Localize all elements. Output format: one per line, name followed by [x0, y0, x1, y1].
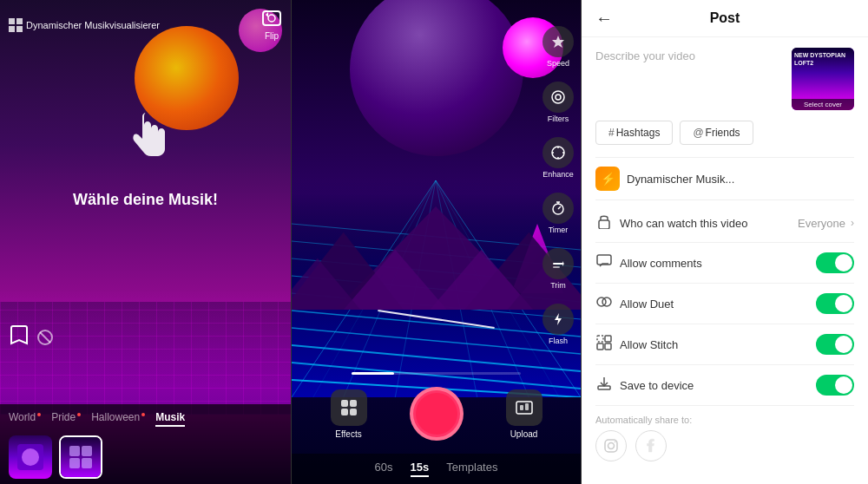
flash-label: Flash [549, 337, 568, 345]
svg-rect-60 [525, 403, 529, 410]
chevron-right-icon: › [851, 217, 854, 229]
allow-duet-toggle[interactable] [816, 293, 854, 314]
svg-rect-50 [553, 263, 563, 265]
enhance-icon [542, 137, 574, 168]
save-icon [595, 376, 613, 395]
svg-marker-53 [555, 313, 562, 325]
svg-rect-65 [597, 336, 603, 342]
svg-rect-51 [553, 266, 560, 268]
tags-row: #Hashtags @Friends [595, 121, 854, 145]
setting-allow-stitch: Allow Stitch [595, 324, 854, 365]
describe-placeholder: Describe your video [595, 49, 695, 62]
effect-thumb-1[interactable] [9, 435, 52, 479]
toolbar-enhance[interactable]: Enhance [542, 137, 574, 179]
left-header: Dynamischer Musikvisualisierer Flip [0, 9, 291, 41]
share-icons-row [595, 430, 854, 461]
svg-point-39 [552, 91, 564, 103]
flip-icon [261, 9, 282, 29]
setting-left-who: Who can watch this video [595, 213, 747, 232]
allow-comments-toggle[interactable] [816, 252, 854, 273]
setting-who-can-watch[interactable]: Who can watch this video Everyone › [595, 204, 854, 243]
record-button[interactable] [410, 387, 464, 441]
middle-panel: Speed Filters Enhance [291, 0, 582, 484]
toolbar-filters[interactable]: Filters [542, 82, 574, 123]
effects-icon [331, 389, 367, 426]
timer-bar [292, 369, 581, 378]
toolbar-timer[interactable]: Timer [542, 193, 574, 234]
svg-line-7 [40, 332, 50, 343]
svg-rect-66 [605, 336, 611, 342]
back-button[interactable]: ← [595, 9, 613, 29]
effect-icon: ⚡ [595, 167, 620, 191]
svg-rect-61 [599, 220, 609, 229]
category-musik[interactable]: Musik [155, 411, 185, 423]
toolbar-flash[interactable]: Flash [542, 304, 574, 345]
hand-icon [111, 104, 181, 177]
describe-input[interactable]: Describe your video [595, 48, 783, 63]
svg-marker-52 [562, 261, 564, 266]
toolbar-trim[interactable]: Trim [542, 248, 574, 290]
setting-left-comments: Allow comments [595, 254, 702, 271]
svg-rect-11 [82, 458, 92, 468]
svg-rect-9 [82, 446, 92, 456]
who-can-watch-value: Everyone [798, 217, 845, 230]
duet-icon [595, 294, 613, 313]
effects-label: Effects [335, 429, 361, 439]
friends-button[interactable]: @Friends [680, 121, 753, 145]
allow-comments-label: Allow comments [620, 257, 702, 270]
category-halloween[interactable]: Halloween [91, 411, 145, 423]
toolbar-speed[interactable]: Speed [542, 26, 574, 68]
who-can-watch-label: Who can watch this video [620, 217, 747, 230]
app-logo: Dynamischer Musikvisualisierer [9, 18, 160, 32]
setting-left-duet: Allow Duet [595, 294, 674, 313]
svg-rect-55 [350, 400, 357, 407]
tab-templates[interactable]: Templates [446, 461, 497, 477]
category-world[interactable]: World [9, 411, 41, 423]
save-device-toggle[interactable] [816, 375, 854, 396]
svg-rect-0 [9, 18, 15, 24]
flip-label: Flip [265, 31, 279, 41]
tab-60s[interactable]: 60s [375, 461, 393, 477]
record-button-inner [416, 393, 457, 435]
allow-duet-label: Allow Duet [620, 298, 674, 311]
thumbnail-badge[interactable]: Select cover [792, 99, 854, 110]
effect-thumb-2[interactable] [59, 435, 102, 479]
effects-row [0, 430, 291, 484]
setting-allow-duet: Allow Duet [595, 284, 854, 324]
trim-label: Trim [550, 281, 566, 290]
comment-icon [595, 254, 613, 271]
mid-bottom-controls: Effects Upload 60s 15s Templates [292, 369, 581, 484]
auto-share-label: Automatically share to: [595, 415, 854, 425]
category-row: World Pride Halloween Musik [0, 404, 291, 430]
timer-fill [352, 372, 394, 375]
video-thumbnail[interactable]: NEW DYSTOPIANLOFT2 Select cover [792, 48, 854, 110]
bookmark-icon[interactable] [10, 324, 28, 350]
upload-label: Upload [510, 429, 538, 439]
category-pride[interactable]: Pride [51, 411, 81, 423]
setting-allow-comments: Allow comments [595, 243, 854, 284]
setting-right-who: Everyone › [798, 217, 854, 230]
right-toolbar: Speed Filters Enhance [542, 26, 574, 345]
no-icon[interactable] [36, 329, 54, 350]
timer-icon [542, 193, 574, 224]
mid-planet-large [350, 0, 523, 156]
enhance-label: Enhance [542, 170, 574, 179]
flip-button[interactable]: Flip [261, 9, 282, 41]
share-facebook-icon[interactable] [635, 430, 667, 461]
trim-icon [542, 248, 574, 279]
save-device-label: Save to device [620, 379, 694, 392]
effect-name-row[interactable]: ⚡ Dynamischer Musik... [595, 157, 854, 200]
logo-icon [9, 18, 23, 32]
auto-share-section: Automatically share to: [595, 406, 854, 470]
allow-stitch-toggle[interactable] [816, 334, 854, 355]
svg-point-64 [602, 298, 611, 306]
upload-button[interactable]: Upload [506, 389, 542, 439]
hashtag-button[interactable]: #Hashtags [595, 121, 673, 145]
effects-button[interactable]: Effects [331, 389, 367, 439]
bottom-bar: World Pride Halloween Musik [0, 404, 291, 484]
share-instagram-icon[interactable] [595, 430, 627, 461]
flash-icon [542, 304, 574, 335]
tab-15s[interactable]: 15s [411, 461, 430, 477]
svg-rect-58 [516, 402, 532, 414]
svg-rect-8 [69, 446, 80, 456]
